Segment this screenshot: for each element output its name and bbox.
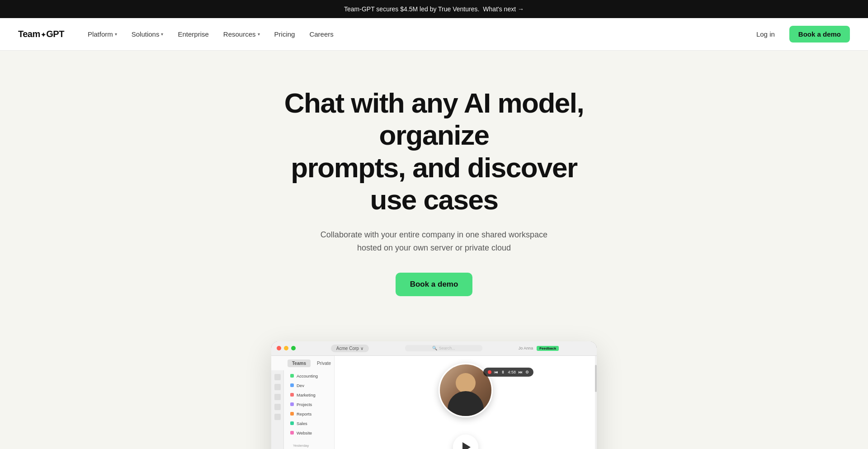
- mock-app-content: Teams Private Accounting Dev: [271, 356, 597, 449]
- sidebar-label-marketing: Marketing: [297, 392, 316, 397]
- settings-icon: ⚙: [525, 370, 529, 374]
- nav-label-careers: Careers: [309, 30, 333, 38]
- chevron-down-icon: ▾: [115, 32, 117, 37]
- sidebar-item-projects[interactable]: Projects: [288, 400, 330, 409]
- mock-sidebar: Teams Private Accounting Dev: [271, 356, 335, 449]
- sidebar-icon-column: [271, 370, 284, 449]
- navbar-left: Team✦GPT Platform ▾ Solutions ▾ Enterpri…: [18, 27, 339, 42]
- nav-item-solutions[interactable]: Solutions ▾: [126, 27, 169, 42]
- app-preview-container: Acme Corp ∨ 🔍 Search... Jo Anna Feedback: [271, 341, 597, 449]
- sidebar-icon-5: [274, 414, 281, 420]
- hero-title: Chat with any AI model, organize prompts…: [276, 87, 592, 216]
- navbar: Team✦GPT Platform ▾ Solutions ▾ Enterpri…: [0, 18, 868, 51]
- mock-app-window: Acme Corp ∨ 🔍 Search... Jo Anna Feedback: [271, 341, 597, 449]
- app-preview-section: Acme Corp ∨ 🔍 Search... Jo Anna Feedback: [0, 323, 868, 449]
- search-icon: 🔍: [432, 346, 437, 350]
- nav-item-pricing[interactable]: Pricing: [269, 27, 301, 42]
- avatar-body: [448, 391, 484, 416]
- scrollbar-thumb: [595, 365, 597, 392]
- record-dot: [488, 370, 491, 374]
- hero-title-line2: prompts, and discover use cases: [291, 152, 577, 215]
- user-count: Jo Anna: [519, 346, 533, 350]
- search-placeholder: Search...: [439, 346, 455, 350]
- nav-item-resources[interactable]: Resources ▾: [218, 27, 265, 42]
- navbar-right: Log in Book a demo: [749, 26, 850, 43]
- chevron-down-icon: ▾: [161, 32, 163, 37]
- nav-item-enterprise[interactable]: Enterprise: [172, 27, 214, 42]
- sidebar-item-dev[interactable]: Dev: [288, 381, 330, 390]
- nav-label-pricing: Pricing: [274, 30, 295, 38]
- chat-date-yesterday: Yesterday: [291, 443, 327, 449]
- sidebar-icon-3: [274, 394, 281, 400]
- sidebar-label-dev: Dev: [297, 383, 304, 388]
- nav-label-solutions: Solutions: [132, 30, 160, 38]
- rewind-icon: ⏮: [494, 370, 498, 374]
- nav-item-careers[interactable]: Careers: [304, 27, 339, 42]
- sidebar-item-sales[interactable]: Sales: [288, 419, 330, 428]
- nav-label-resources: Resources: [223, 30, 256, 38]
- nav-label-platform: Platform: [88, 30, 113, 38]
- sidebar-dot-website: [290, 431, 294, 435]
- announcement-text: Team-GPT secures $4.5M led by True Ventu…: [344, 5, 479, 13]
- sidebar-label-accounting: Accounting: [297, 373, 318, 378]
- window-toolbar-right: Jo Anna Feedback: [519, 346, 559, 351]
- sidebar-icon-4: [274, 404, 281, 410]
- chat-list: Yesterday Fork of Hello, how are you? He…: [288, 439, 330, 449]
- hero-subtitle: Collaborate with your entire company in …: [307, 228, 561, 255]
- logo-text: Team✦GPT: [18, 29, 64, 39]
- announcement-link[interactable]: What's next →: [483, 5, 524, 13]
- sidebar-label-reports: Reports: [297, 411, 311, 416]
- recording-controls: ⏮ ⏸ 4:58 ⏭ ⚙: [483, 368, 533, 377]
- sidebar-dot-sales: [290, 421, 294, 425]
- sidebar-dot-accounting: [290, 374, 294, 378]
- sidebar-icon-2: [274, 384, 281, 390]
- pause-icon: ⏸: [501, 370, 505, 374]
- nav-demo-button[interactable]: Book a demo: [789, 26, 850, 43]
- window-close-dot: [277, 346, 281, 350]
- sidebar-item-accounting[interactable]: Accounting: [288, 372, 330, 380]
- sidebar-dot-dev: [290, 383, 294, 387]
- play-icon: [462, 442, 471, 449]
- hero-title-line1: Chat with any AI model, organize: [284, 87, 584, 151]
- search-bar[interactable]: 🔍 Search...: [405, 345, 482, 351]
- mock-titlebar: Acme Corp ∨ 🔍 Search... Jo Anna Feedback: [271, 341, 597, 356]
- sidebar-dot-projects: [290, 402, 294, 406]
- mock-main-area: ⏮ ⏸ 4:58 ⏭ ⚙ 🎙 1×: [335, 356, 597, 449]
- logo[interactable]: Team✦GPT: [18, 29, 64, 39]
- time-display: 4:58: [508, 370, 516, 374]
- forward-icon: ⏭: [519, 370, 523, 374]
- window-maximize-dot: [291, 346, 296, 350]
- sidebar-label-projects: Projects: [297, 402, 312, 407]
- window-minimize-dot: [284, 346, 288, 350]
- main-scrollbar[interactable]: [595, 356, 597, 449]
- sidebar-tab-teams[interactable]: Teams: [288, 359, 311, 367]
- hero-demo-button[interactable]: Book a demo: [396, 273, 473, 296]
- video-avatar-area: ⏮ ⏸ 4:58 ⏭ ⚙: [439, 363, 493, 417]
- chevron-down-icon: ▾: [258, 32, 260, 37]
- sidebar-icon-1: [274, 374, 281, 380]
- sidebar-label-sales: Sales: [297, 421, 307, 426]
- login-button[interactable]: Log in: [749, 27, 782, 42]
- sidebar-dot-marketing: [290, 393, 294, 397]
- sidebar-dot-reports: [290, 412, 294, 416]
- play-button[interactable]: [453, 435, 478, 449]
- sidebar-tabs: Teams Private: [288, 359, 330, 367]
- feedback-badge: Feedback: [537, 346, 559, 351]
- sidebar-item-website[interactable]: Website: [288, 429, 330, 437]
- sidebar-item-reports[interactable]: Reports: [288, 410, 330, 418]
- window-tab-acme: Acme Corp ∨: [331, 345, 369, 352]
- announcement-bar: Team-GPT secures $4.5M led by True Ventu…: [0, 0, 868, 18]
- sidebar-label-website: Website: [297, 430, 312, 435]
- sidebar-tab-private[interactable]: Private: [312, 359, 335, 367]
- nav-links: Platform ▾ Solutions ▾ Enterprise Resour…: [82, 27, 339, 42]
- nav-label-enterprise: Enterprise: [178, 30, 208, 38]
- avatar-head: [456, 373, 476, 393]
- sidebar-item-marketing[interactable]: Marketing: [288, 391, 330, 399]
- nav-item-platform[interactable]: Platform ▾: [82, 27, 123, 42]
- hero-section: Chat with any AI model, organize prompts…: [0, 51, 868, 323]
